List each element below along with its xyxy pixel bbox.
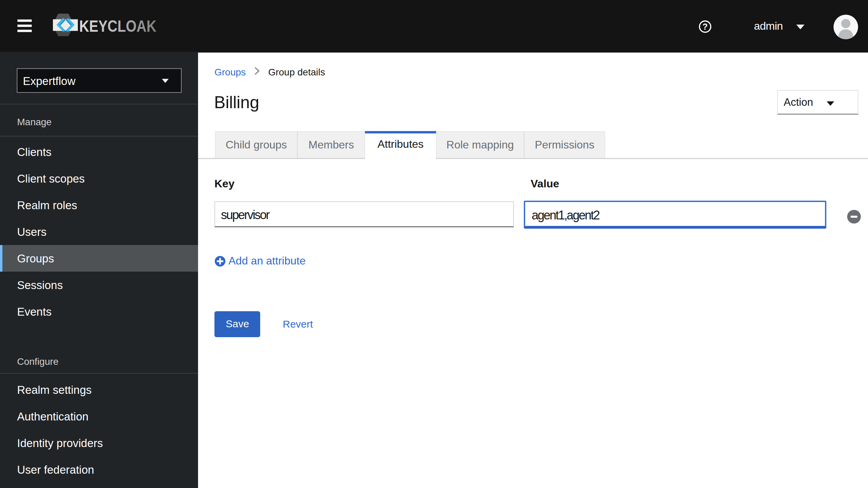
svg-text:?: ? xyxy=(702,22,708,31)
svg-text:KEYCLOAK: KEYCLOAK xyxy=(79,17,156,35)
